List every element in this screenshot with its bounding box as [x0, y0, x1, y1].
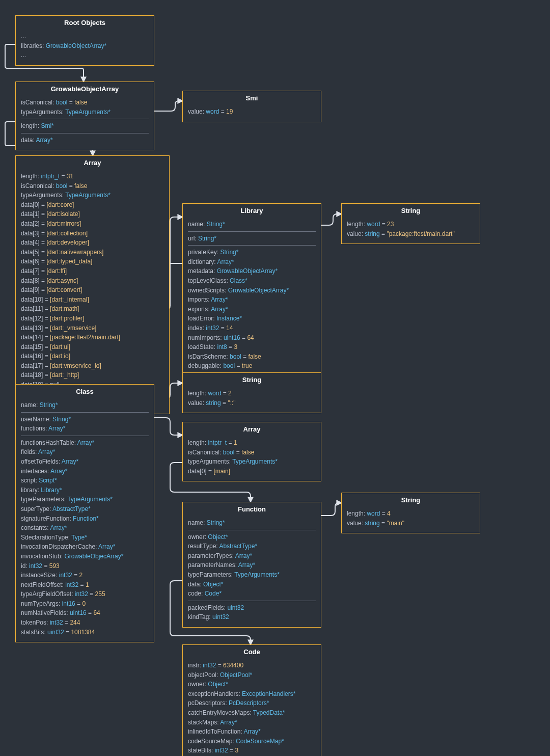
divider [21, 133, 149, 133]
code-field: owner: Object* [188, 680, 316, 689]
code-field: stateBits: int32 = 3 [188, 746, 316, 755]
class-field: userName: String* [21, 415, 149, 424]
library-field: loadState: int8 = 3 [188, 342, 316, 352]
function-field: kindTag: uint32 [188, 612, 316, 622]
field-value: value: string = "::" [188, 398, 316, 408]
ellipsis: ... [21, 50, 149, 60]
node-smi: Smi value: word = 19 [182, 91, 321, 122]
library-field: privateKey: String* [188, 248, 316, 257]
field-typearguments: typeArguments: TypeArguments* [21, 191, 164, 200]
class-field: superType: AbstractType* [21, 504, 149, 514]
node-class: Class name: String*userName: String*func… [15, 384, 154, 642]
array-item-11: data[11] = [dart:math] [21, 304, 164, 314]
ellipsis: ... [21, 32, 149, 41]
node-string-main: String length: word = 4 value: string = … [341, 493, 480, 533]
code-field: objectPool: ObjectPool* [188, 670, 316, 680]
field-length: length: Smi* [21, 121, 149, 131]
class-field: signatureFunction: Function* [21, 514, 149, 524]
class-field: typeArgFieldOffset: int32 = 255 [21, 589, 149, 599]
array-item-9: data[9] = [dart:convert] [21, 285, 164, 295]
array-item-0: data[0] = [dart:core] [21, 200, 164, 210]
array-item-13: data[13] = [dart:_vmservice] [21, 323, 164, 333]
node-growable-object-array: GrowableObjectArray isCanonical: bool = … [15, 82, 154, 150]
class-field: offsetToFields: Array* [21, 457, 149, 467]
node-title: Smi [188, 94, 316, 105]
node-library: Library name: String*url: String*private… [182, 203, 321, 376]
divider [21, 436, 149, 436]
node-title: Function [188, 505, 316, 516]
function-field: data: Object* [188, 580, 316, 589]
array-item-7: data[7] = [dart:ffi] [21, 266, 164, 276]
library-field: loadError: Instance* [188, 314, 316, 323]
class-field: id: int32 = 593 [21, 561, 149, 571]
library-field: url: String* [188, 234, 316, 244]
node-array-small: Array length: intptr_t = 1 isCanonical: … [182, 422, 321, 481]
class-field: script: Script* [21, 476, 149, 485]
field-length: length: word = 4 [347, 509, 475, 519]
class-field: interfaces: Array* [21, 467, 149, 476]
divider [188, 601, 316, 601]
field-length: length: intptr_t = 1 [188, 438, 316, 448]
field-data: data: Array* [21, 136, 149, 145]
field-iscanonical: isCanonical: bool = false [188, 448, 316, 457]
array-item-6: data[6] = [dart:typed_data] [21, 257, 164, 266]
field-value: value: string = "package:ftest/main.dart… [347, 229, 475, 239]
class-field: functions: Array* [21, 424, 149, 434]
library-field: dictionary: Array* [188, 257, 316, 267]
function-field: owner: Object* [188, 532, 316, 542]
divider [188, 530, 316, 530]
array-item-15: data[15] = [dart:ui] [21, 342, 164, 352]
divider [188, 231, 316, 232]
library-field: metadata: GrowableObjectArray* [188, 266, 316, 276]
node-function: Function name: String*owner: Object*resu… [182, 502, 321, 628]
field-libraries: libraries: GrowableObjectArray* [21, 41, 149, 51]
class-field: tokenPos: int32 = 244 [21, 618, 149, 628]
array-items: data[0] = [dart:core]data[1] = [dart:iso… [21, 200, 164, 380]
class-field: functionsHashTable: Array* [21, 438, 149, 448]
class-field: invocationStub: GrowableObjecArray* [21, 552, 149, 561]
library-field: exports: Array* [188, 305, 316, 314]
array-item-17: data[17] = [dart:vmservice_io] [21, 361, 164, 371]
array-item-1: data[1] = [dart:isolate] [21, 209, 164, 219]
class-field: name: String* [21, 400, 149, 410]
node-title: Array [21, 159, 164, 170]
field-length: length: intptr_t = 31 [21, 172, 164, 181]
node-title: Library [188, 207, 316, 218]
code-field: catchEntryMovesMaps: TypedData* [188, 708, 316, 718]
code-field: instr: int32 = 634400 [188, 661, 316, 670]
code-field: pcDescriptors: PcDescriptors* [188, 698, 316, 708]
function-field: name: String* [188, 518, 316, 528]
code-field: exceptionHandlers: ExceptionHandlers* [188, 689, 316, 699]
node-string-url: String length: word = 23 value: string =… [341, 203, 480, 244]
array-item-12: data[12] = [dart:profiler] [21, 314, 164, 323]
array-item-8: data[8] = [dart:async] [21, 276, 164, 286]
node-title: Class [21, 388, 149, 398]
node-title: Root Objects [21, 19, 149, 30]
class-field: statsBits: uint32 = 1081384 [21, 628, 149, 637]
divider [21, 119, 149, 119]
class-field: invocationDispatcherCache: Array* [21, 542, 149, 552]
library-field: name: String* [188, 220, 316, 229]
library-field: isDartScheme: bool = false [188, 352, 316, 362]
class-field: SdeclarationType: Type* [21, 533, 149, 543]
field-value: value: word = 19 [188, 107, 316, 117]
array-item-3: data[3] = [dart:collection] [21, 229, 164, 238]
field-iscanonical: isCanonical: bool = false [21, 181, 164, 191]
library-field: debuggable: bool = true [188, 361, 316, 371]
node-title: GrowableObjectArray [21, 85, 149, 96]
class-field: numNativeFields: uint16 = 64 [21, 608, 149, 618]
node-string-coloncolon: String length: word = 2 value: string = … [182, 372, 321, 413]
array-item-14: data[14] = [package:ftest2/main.dart] [21, 333, 164, 342]
function-field: code: Code* [188, 589, 316, 599]
library-field: numImports: uint16 = 64 [188, 333, 316, 343]
field-length: length: word = 23 [347, 220, 475, 229]
array-item-5: data[5] = [dart:nativewrappers] [21, 248, 164, 257]
code-field: stackMaps: Array* [188, 718, 316, 727]
code-field: inlinedIdToFunction: Array* [188, 727, 316, 737]
node-title: String [347, 207, 475, 218]
divider [188, 245, 316, 246]
array-item-2: data[2] = [dart:mirrors] [21, 219, 164, 229]
field-iscanonical: isCanonical: bool = false [21, 98, 149, 107]
library-field: topLevelClass: Class* [188, 276, 316, 286]
node-code: Code instr: int32 = 634400objectPool: Ob… [182, 644, 321, 756]
